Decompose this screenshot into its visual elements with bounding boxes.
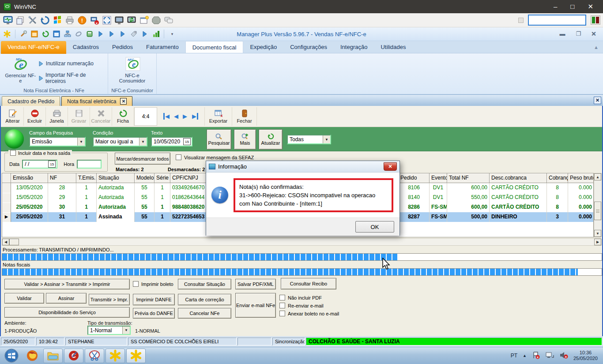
shape-icon[interactable]	[151, 15, 162, 26]
col-header-modelo[interactable]: Modelo	[135, 173, 155, 183]
chevron-down-icon[interactable]: ▼	[77, 138, 85, 146]
copy-pages-icon[interactable]	[15, 15, 26, 26]
calendar-icon[interactable]: 15	[48, 161, 56, 168]
anexar-boleto-checkbox[interactable]	[279, 311, 285, 316]
search-field-select[interactable]: Emissão▼	[29, 137, 86, 146]
mark-all-button[interactable]: Marcar/desmarcar todos	[115, 153, 170, 165]
chevron-down-icon[interactable]: ▼	[122, 326, 130, 334]
firefox-button[interactable]	[23, 349, 42, 363]
last-record-icon[interactable]: ▶	[192, 113, 198, 120]
tab-vendas-nfe[interactable]: Vendas NF-e/NFC-e	[1, 41, 66, 53]
transmitir-impr-button[interactable]: Transmitir > Impr.	[89, 294, 130, 305]
col-header-emissao[interactable]: Emissão	[11, 173, 48, 183]
salvar-pdf-xml-button[interactable]: Salvar PDF/XML	[235, 279, 276, 289]
inutilizar-numeracao-item[interactable]: Inutilizar numeração	[38, 60, 103, 67]
disconnect-pc-icon[interactable]: x	[89, 15, 100, 26]
exportar-button[interactable]: x Exportar	[205, 107, 232, 126]
tab-integracao[interactable]: Integração	[334, 41, 374, 53]
scroll-down-icon[interactable]: ▼	[594, 230, 601, 237]
monitor-pulse-icon[interactable]	[3, 15, 13, 26]
col-header-cpfcnpj[interactable]: CPF/CNPJ	[170, 173, 208, 183]
play-icon-3[interactable]	[118, 30, 127, 38]
chat-icon[interactable]	[163, 15, 174, 26]
manager-plus-button-2[interactable]	[126, 349, 146, 363]
close-icon[interactable]: ✕	[588, 3, 593, 11]
janela-button[interactable]: Janela	[46, 107, 68, 126]
minimize-icon[interactable]: –	[554, 3, 557, 11]
include-exit-checkbox[interactable]	[10, 150, 16, 156]
tab-faturamento[interactable]: Faturamento	[139, 41, 185, 53]
importar-nfe-item[interactable]: Importar NF-e de terceiros	[38, 72, 103, 84]
levels-icon[interactable]	[151, 30, 160, 38]
ficha-button[interactable]: Ficha	[112, 107, 134, 126]
table-horizontal-scrollbar[interactable]: ◀ ▶	[2, 238, 602, 246]
col-header-situacao[interactable]: Situação	[97, 173, 135, 183]
doc-tab-nota-fiscal[interactable]: Nota fiscal eletrônica ✕	[61, 96, 132, 106]
refresh-green-icon[interactable]	[41, 30, 50, 38]
atualizar-button[interactable]: Atualizar	[259, 129, 283, 150]
volume-muted-icon[interactable]: x	[559, 352, 568, 360]
dialog-titlebar[interactable]: Informação ✕	[206, 161, 399, 173]
consultar-situacao-button[interactable]: Consultar Situação	[178, 279, 231, 289]
cancelar-nfe-button[interactable]: Cancelar NFe	[178, 308, 231, 319]
display-icon[interactable]	[114, 15, 124, 26]
col-header-pesobruto[interactable]: Peso bruto	[568, 173, 594, 183]
scope-select[interactable]: Todas▼	[287, 135, 331, 144]
language-indicator[interactable]: PT	[511, 353, 517, 359]
tab-configuracoes[interactable]: Configurações	[283, 41, 334, 53]
exit-date-input[interactable]: / /15	[22, 160, 57, 169]
network-icon[interactable]	[545, 352, 554, 360]
col-header-cobranca[interactable]: Cobrança	[547, 173, 568, 183]
col-header-desccobranca[interactable]: Desc.cobranca	[490, 173, 547, 183]
excluir-button[interactable]: Excluir	[24, 107, 46, 126]
blue-window-icon[interactable]	[52, 30, 61, 38]
taskbar-clock[interactable]: 10:36 25/05/2020	[573, 350, 598, 361]
ccleaner-button[interactable]: C	[64, 349, 83, 363]
tab-pedidos[interactable]: Pedidos	[106, 41, 139, 53]
pesquisar-button[interactable]: Pesquisar	[207, 129, 231, 150]
table-vertical-scrollbar[interactable]: ▲ ▼	[594, 173, 602, 237]
reenviar-email-checkbox[interactable]	[279, 303, 285, 308]
snipping-tool-button[interactable]	[85, 349, 104, 363]
col-header-pedido[interactable]: Pedido	[399, 173, 430, 183]
previa-danfe-button[interactable]: Prévia do DANFE	[133, 308, 175, 319]
scroll-right-icon[interactable]: ▶	[594, 239, 601, 245]
fechar-button[interactable]: Fechar	[232, 107, 257, 126]
chevron-down-icon[interactable]: ▼	[323, 135, 330, 143]
tray-expand-icon[interactable]: ▲	[523, 353, 527, 358]
vnc-text-input[interactable]	[528, 15, 586, 26]
condition-select[interactable]: Maior ou igual a▼	[93, 137, 147, 146]
clip-icon[interactable]	[74, 30, 83, 38]
tab-expedicao[interactable]: Expedição	[243, 41, 283, 53]
tab-cadastros[interactable]: Cadastros	[66, 41, 106, 53]
scroll-up-icon[interactable]: ▲	[594, 173, 601, 180]
exit-time-input[interactable]	[77, 160, 102, 169]
play-icon-2[interactable]	[107, 30, 116, 38]
carta-correcao-button[interactable]: Carta de correção	[178, 294, 231, 305]
refresh-icon[interactable]	[40, 15, 50, 26]
play-icon-4[interactable]	[140, 30, 149, 38]
imprimir-boleto-checkbox[interactable]	[133, 281, 139, 287]
wrench-icon[interactable]	[19, 30, 28, 38]
toolbar-overflow-icon[interactable]: ▾	[168, 30, 177, 38]
app-close-icon[interactable]: ❌︎	[592, 30, 596, 38]
consultar-recibo-button[interactable]: Consultar Recibo	[281, 278, 336, 289]
nao-incluir-pdf-checkbox[interactable]	[279, 295, 285, 300]
assinar-button[interactable]: Assinar	[46, 293, 87, 304]
imprimir-danfe-button[interactable]: Imprimir DANFE	[133, 294, 175, 305]
chevron-down-icon[interactable]: ▼	[139, 138, 147, 146]
next-record-icon[interactable]: ▶	[183, 113, 187, 120]
maximize-icon[interactable]: □	[570, 3, 574, 11]
swap-display-icon[interactable]	[126, 15, 137, 26]
tools-icon[interactable]	[27, 15, 38, 26]
col-header-totalnf[interactable]: Total NF	[447, 173, 490, 183]
tab-utilidades[interactable]: Utilidades	[374, 41, 412, 53]
enviar-email-nfe-button[interactable]: Enviar e-mail NFe	[235, 293, 276, 318]
scroll-thumb[interactable]	[9, 239, 19, 245]
nfce-consumidor-button[interactable]: eNFC NFC-e Consumidor	[115, 55, 150, 83]
fullscreen-icon[interactable]	[102, 15, 112, 26]
validar-button[interactable]: Validar	[4, 293, 44, 304]
scroll-thumb[interactable]	[594, 202, 601, 220]
dialog-close-icon[interactable]: ✕	[384, 162, 397, 171]
gerenciar-nfe-button[interactable]: eNFe Gerenciar NF-e	[4, 55, 37, 83]
